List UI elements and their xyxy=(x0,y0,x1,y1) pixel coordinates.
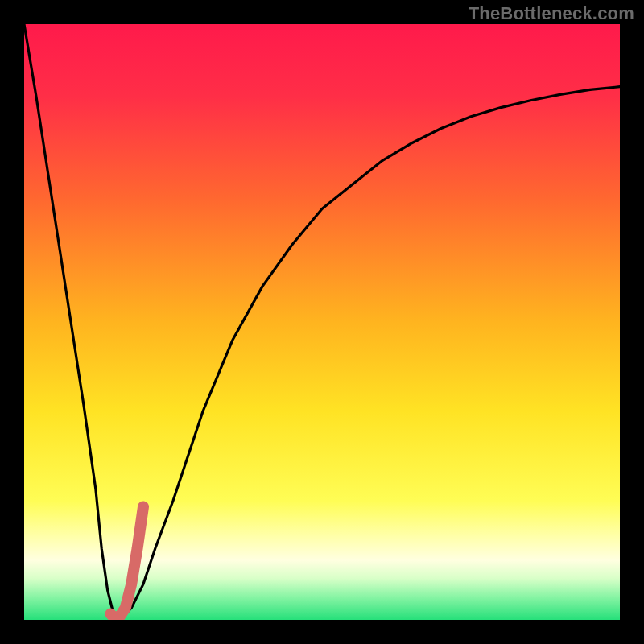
bottleneck-curve xyxy=(24,24,620,620)
chart-frame: TheBottleneck.com xyxy=(0,0,644,644)
plot-area xyxy=(24,24,620,620)
attribution-label: TheBottleneck.com xyxy=(469,3,634,24)
accent-segment xyxy=(110,506,143,617)
curve-layer xyxy=(24,24,620,620)
